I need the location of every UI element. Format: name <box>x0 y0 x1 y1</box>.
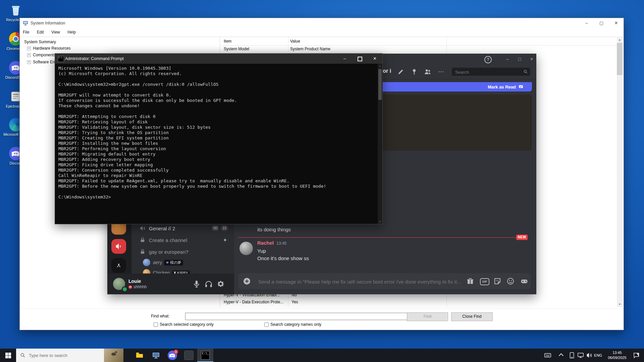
sparkle-icon[interactable] <box>223 238 227 242</box>
minimize-button[interactable]: – <box>579 18 594 28</box>
expand-icon[interactable]: + <box>27 53 31 57</box>
new-badge[interactable]: NEW <box>516 235 528 240</box>
tray-chevron-up-icon[interactable] <box>557 351 565 358</box>
search-highlight-image[interactable] <box>104 349 123 362</box>
game-icon[interactable] <box>520 277 528 285</box>
emoji-icon[interactable] <box>506 277 515 285</box>
message-input[interactable] <box>258 277 467 286</box>
minimize-button[interactable]: – <box>337 54 352 64</box>
header-divider <box>220 45 617 46</box>
user-name[interactable]: Louie <box>128 279 141 284</box>
sysinfo-titlebar[interactable]: System Information – ▢ ✕ <box>20 18 624 28</box>
tree-item-components[interactable]: +Components <box>27 53 56 57</box>
server-icon-3[interactable] <box>111 258 126 273</box>
scrollbar-thumb[interactable] <box>617 43 623 75</box>
message-composer[interactable]: GIF <box>238 273 531 289</box>
touch-keyboard-icon[interactable] <box>544 352 551 359</box>
chat-message: Once it's done show ss <box>257 255 309 262</box>
checkbox[interactable] <box>264 322 269 327</box>
attach-plus-icon[interactable] <box>243 277 251 285</box>
taskbar-clock[interactable]: 13:45 06/09/2025 <box>604 350 631 360</box>
chat-message: its doing things <box>257 227 291 232</box>
column-header-value[interactable]: Value <box>290 39 300 44</box>
taskbar-app-dark[interactable] <box>181 349 197 362</box>
taskbar-search-box[interactable] <box>16 349 123 362</box>
menu-file[interactable]: File <box>20 28 32 36</box>
help-icon[interactable]: ? <box>484 56 492 63</box>
discord-icon: 1 <box>168 351 177 360</box>
maximize-button[interactable] <box>352 54 367 64</box>
tray-tablet-icon[interactable] <box>568 352 576 359</box>
scroll-up-icon[interactable]: ▲ <box>378 64 382 68</box>
server-icon-2[interactable] <box>111 239 126 254</box>
maximize-button[interactable]: ▢ <box>594 18 609 28</box>
user-status: shhhhh <box>128 285 147 289</box>
settings-gear-icon[interactable] <box>216 280 225 288</box>
lock-icon <box>140 237 146 243</box>
discord-user-panel: Louie shhhhh <box>107 274 234 294</box>
taskbar-command-prompt[interactable]: C:\_ <box>197 349 213 362</box>
find-input[interactable] <box>185 313 408 320</box>
taskbar-system-information[interactable] <box>148 349 164 362</box>
maximize-button[interactable]: □ <box>514 54 525 64</box>
close-button[interactable]: ✕ <box>367 54 382 64</box>
table-cell-item[interactable]: Hyper-V - Data Execution Prote... <box>224 300 283 304</box>
table-cell-item[interactable]: System Model <box>224 47 249 51</box>
volume-icon[interactable] <box>586 352 593 359</box>
menu-view[interactable]: View <box>48 28 63 36</box>
menu-edit[interactable]: Edit <box>34 28 47 36</box>
pin-icon[interactable] <box>411 68 418 75</box>
cmd-titlebar[interactable]: C:\ Administrator: Command Prompt – ✕ <box>55 54 382 64</box>
voice-channel-general[interactable]: General // 2 00 15 <box>134 223 231 233</box>
search-input[interactable] <box>454 68 520 76</box>
avatar[interactable] <box>143 259 150 266</box>
checkbox[interactable] <box>154 322 158 327</box>
scroll-up-icon[interactable]: ▲ <box>617 37 623 43</box>
search-selected-category-checkbox[interactable]: Search selected category only <box>154 322 214 327</box>
close-find-button[interactable]: Close Find <box>451 312 493 321</box>
members-icon[interactable] <box>424 68 431 75</box>
taskbar-discord[interactable]: 1 <box>164 349 180 362</box>
sticker-icon[interactable] <box>493 277 501 285</box>
edit-icon[interactable] <box>397 68 405 75</box>
scroll-down-icon[interactable]: ▼ <box>378 219 382 224</box>
tree-item-hardware-resources[interactable]: +Hardware Resources <box>27 46 71 51</box>
clock-time: 13:45 <box>604 350 631 355</box>
table-cell-value[interactable]: Yes <box>291 300 298 304</box>
voice-user-aery[interactable]: aery 桜の夢 <box>143 258 231 267</box>
language-indicator[interactable]: ENG <box>592 349 604 362</box>
status-emoji-icon <box>128 285 132 289</box>
close-button[interactable]: ✕ <box>609 18 624 28</box>
gif-icon[interactable]: GIF <box>480 278 489 285</box>
expand-icon[interactable]: + <box>27 47 31 50</box>
channel-create-a-channel[interactable]: Create a channel <box>134 235 231 245</box>
table-cell-value[interactable]: System Product Name <box>290 47 330 51</box>
tree-item-system-summary[interactable]: System Summary <box>24 40 56 44</box>
deafen-headphones-icon[interactable] <box>204 280 213 288</box>
user-tag: 桜の夢 <box>164 260 183 265</box>
message-author[interactable]: Rachel <box>257 240 274 246</box>
channel-gay-or-european[interactable]: gay or european? <box>134 247 231 257</box>
action-center-icon[interactable] <box>633 352 640 359</box>
sysinfo-scrollbar[interactable]: ▲ ▼ <box>617 37 623 307</box>
menu-help[interactable]: Help <box>64 28 79 36</box>
discord-search-box[interactable] <box>452 68 530 76</box>
column-header-item[interactable]: Item <box>224 39 231 44</box>
avatar[interactable] <box>239 242 253 255</box>
scroll-down-icon[interactable]: ▼ <box>617 301 623 307</box>
taskbar-file-explorer[interactable] <box>131 349 148 362</box>
mic-icon[interactable] <box>192 280 201 288</box>
gift-icon[interactable] <box>466 277 474 285</box>
start-button[interactable] <box>0 349 16 362</box>
minimize-button[interactable]: – <box>502 54 513 64</box>
console-scrollbar[interactable]: ▲ ▼ <box>378 64 382 224</box>
network-icon[interactable] <box>577 352 584 359</box>
scrollbar-thumb[interactable] <box>378 69 382 100</box>
more-options-icon[interactable]: ⋯ <box>437 68 445 75</box>
expand-icon[interactable]: + <box>27 60 31 64</box>
close-button[interactable]: × <box>526 54 537 64</box>
find-button[interactable]: Find <box>407 312 448 321</box>
lock-icon <box>140 249 146 255</box>
search-category-names-checkbox[interactable]: Search category names only <box>264 322 321 327</box>
taskbar-search-input[interactable] <box>28 353 90 358</box>
